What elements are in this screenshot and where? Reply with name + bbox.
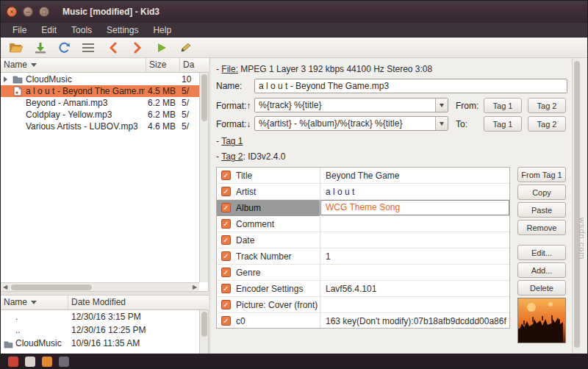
playlist-icon[interactable] bbox=[79, 40, 98, 57]
from-tag2-button[interactable]: Tag 2 bbox=[528, 98, 566, 113]
remove-button[interactable]: Remove bbox=[517, 220, 566, 235]
tag2-frame-table: Title Beyond The Game Artist a l o u t A… bbox=[216, 167, 510, 329]
tag-panel-vscrollbar[interactable] bbox=[572, 58, 581, 354]
scrollbar-thumb[interactable] bbox=[11, 284, 92, 290]
tag2-section-link[interactable]: Tag 2 bbox=[221, 151, 243, 162]
frame-value[interactable]: Lavf56.4.101 bbox=[326, 281, 506, 297]
edit-tags-icon[interactable] bbox=[176, 40, 196, 57]
to-tag1-button[interactable]: Tag 1 bbox=[484, 116, 522, 132]
paste-button[interactable]: Paste bbox=[517, 202, 566, 218]
scrollbar-thumb[interactable] bbox=[574, 61, 580, 348]
frame-value[interactable]: 163 key(Don't modify):07b18afb9dcddd00a8… bbox=[326, 313, 506, 329]
menu-help[interactable]: Help bbox=[146, 24, 179, 37]
dir-column-header-name[interactable]: Name bbox=[1, 295, 68, 310]
checkbox-checked-icon[interactable] bbox=[221, 300, 231, 309]
album-cover-thumbnail[interactable] bbox=[517, 298, 566, 343]
file-name: CloudMusic bbox=[26, 74, 145, 85]
dir-list-vscrollbar[interactable] bbox=[199, 310, 208, 354]
file-section-link[interactable]: File: bbox=[221, 64, 238, 74]
tag1-section-link[interactable]: Tag 1 bbox=[221, 136, 243, 146]
from-tag1-button[interactable]: Tag 1 bbox=[484, 98, 522, 113]
album-edit-field[interactable]: WCG Theme Song bbox=[320, 200, 509, 215]
frame-row-artist[interactable]: Artist a l o u t bbox=[217, 184, 509, 200]
minimize-button[interactable]: – bbox=[23, 7, 33, 17]
column-header-name[interactable]: Name bbox=[1, 58, 146, 73]
menu-edit[interactable]: Edit bbox=[34, 24, 64, 37]
frame-row-album-selected[interactable]: Album WCG Theme Song bbox=[217, 200, 509, 216]
expander-icon[interactable] bbox=[4, 76, 7, 82]
collapse-indicator[interactable]: - bbox=[216, 151, 219, 162]
frame-value[interactable]: Beyond The Game bbox=[326, 168, 506, 184]
format-to-tag-combobox[interactable]: %{track} %{title} bbox=[254, 98, 448, 112]
frame-row-c0[interactable]: c0 163 key(Don't modify):07b18afb9dcddd0… bbox=[217, 313, 509, 329]
collapse-indicator[interactable]: - bbox=[216, 64, 219, 74]
frame-row-picture[interactable]: Picture: Cover (front) bbox=[217, 297, 509, 313]
chevron-down-icon[interactable] bbox=[435, 98, 448, 112]
frame-value[interactable]: a l o u t bbox=[326, 184, 506, 200]
file-row[interactable]: Various Artists - LUBOV.mp3 4.6 MB 5/ bbox=[1, 121, 199, 132]
scroll-right-icon[interactable]: ▶ bbox=[191, 284, 198, 290]
format-from-tag-combobox[interactable]: %{artist} - %{album}/%{track} %{title} bbox=[254, 116, 448, 131]
file-row[interactable]: Coldplay - Yellow.mp3 6.2 MB 5/ bbox=[1, 109, 199, 121]
file-row[interactable]: Beyond - Amani.mp3 6.2 MB 5/ bbox=[1, 97, 199, 109]
file-date: 5/ bbox=[182, 121, 199, 132]
file-list-vscrollbar[interactable] bbox=[199, 73, 208, 282]
frame-value[interactable]: 1 bbox=[326, 248, 506, 265]
menu-tools[interactable]: Tools bbox=[64, 24, 99, 37]
frame-row-date[interactable]: Date bbox=[217, 232, 509, 248]
dock-icon-4[interactable] bbox=[59, 357, 69, 367]
checkbox-checked-icon[interactable] bbox=[221, 219, 231, 229]
file-date: 5/ bbox=[182, 109, 199, 121]
menu-file[interactable]: File bbox=[5, 24, 34, 37]
menu-settings[interactable]: Settings bbox=[99, 24, 146, 37]
close-button[interactable]: × bbox=[7, 7, 17, 17]
file-list-hscrollbar[interactable]: ◀ ▶ bbox=[1, 282, 199, 291]
file-name: Coldplay - Yellow.mp3 bbox=[26, 109, 145, 121]
column-header-date[interactable]: Da bbox=[180, 58, 209, 73]
dir-name: CloudMusic bbox=[15, 337, 67, 350]
checkbox-checked-icon[interactable] bbox=[221, 284, 231, 293]
dock-icon-2[interactable] bbox=[25, 357, 35, 367]
to-tag2-button[interactable]: Tag 2 bbox=[528, 116, 566, 132]
previous-file-icon[interactable] bbox=[104, 40, 123, 57]
copy-button[interactable]: Copy bbox=[517, 184, 566, 200]
checkbox-checked-icon[interactable] bbox=[221, 171, 231, 180]
file-browser-panel: Name Size Da CloudMusic 10 a l o u t - B… bbox=[1, 58, 209, 354]
scroll-left-icon[interactable]: ◀ bbox=[1, 284, 9, 290]
scrollbar-thumb[interactable] bbox=[201, 312, 207, 337]
edit-button[interactable]: Edit... bbox=[517, 245, 566, 260]
file-row-selected[interactable]: a l o u t - Beyond The Game.mp3 4.5 MB 5… bbox=[1, 85, 199, 97]
frame-row-title[interactable]: Title Beyond The Game bbox=[217, 168, 509, 184]
checkbox-checked-icon[interactable] bbox=[221, 203, 231, 212]
dock-icon-1[interactable] bbox=[8, 357, 18, 367]
filename-input[interactable] bbox=[254, 79, 567, 93]
dir-row[interactable]: .. 12/30/16 12:25 PM bbox=[1, 323, 199, 337]
dock-icon-3[interactable] bbox=[42, 357, 52, 367]
dir-row[interactable]: . 12/30/16 3:15 PM bbox=[1, 310, 199, 323]
checkbox-checked-icon[interactable] bbox=[221, 187, 231, 196]
add-button[interactable]: Add... bbox=[517, 262, 566, 278]
open-folder-icon[interactable] bbox=[7, 40, 26, 57]
scrollbar-thumb[interactable] bbox=[201, 74, 207, 121]
frame-row-comment[interactable]: Comment bbox=[217, 216, 509, 232]
column-header-size[interactable]: Size bbox=[146, 58, 180, 73]
dir-row-cloudmusic[interactable]: CloudMusic 10/9/16 11:35 AM bbox=[1, 337, 199, 350]
from-tag1-copy-button[interactable]: From Tag 1 bbox=[517, 167, 566, 182]
checkbox-checked-icon[interactable] bbox=[221, 268, 231, 277]
checkbox-checked-icon[interactable] bbox=[221, 316, 231, 326]
delete-button[interactable]: Delete bbox=[517, 280, 566, 295]
revert-icon[interactable] bbox=[55, 40, 74, 57]
frame-row-genre[interactable]: Genre bbox=[217, 265, 509, 281]
file-row-cloudmusic[interactable]: CloudMusic 10 bbox=[1, 74, 199, 85]
maximize-button[interactable]: □ bbox=[39, 7, 49, 17]
collapse-indicator[interactable]: - bbox=[216, 136, 219, 146]
checkbox-checked-icon[interactable] bbox=[221, 235, 231, 245]
dir-column-header-date[interactable]: Date Modified bbox=[68, 295, 209, 310]
play-icon[interactable] bbox=[152, 40, 171, 57]
chevron-down-icon[interactable] bbox=[435, 117, 448, 130]
frame-row-track-number[interactable]: Track Number 1 bbox=[217, 248, 509, 265]
checkbox-checked-icon[interactable] bbox=[221, 251, 231, 261]
save-icon[interactable] bbox=[31, 40, 50, 57]
next-file-icon[interactable] bbox=[128, 40, 147, 57]
frame-row-encoder-settings[interactable]: Encoder Settings Lavf56.4.101 bbox=[217, 281, 509, 297]
